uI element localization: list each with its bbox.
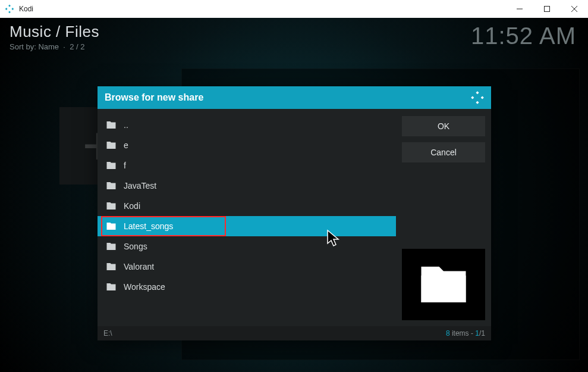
file-item-label: ..: [124, 120, 128, 130]
window-titlebar: Kodi: [0, 0, 588, 18]
folder-icon: [106, 140, 117, 151]
file-item[interactable]: f: [98, 155, 396, 176]
folder-icon: [106, 282, 117, 292]
dialog-title: Browse for new share: [105, 92, 203, 103]
svg-rect-5: [545, 7, 550, 12]
window-maximize-button[interactable]: [533, 0, 561, 18]
folder-icon: [106, 261, 117, 272]
folder-icon: [106, 241, 117, 252]
file-item-label: Kodi: [124, 201, 140, 211]
folder-icon: [106, 201, 117, 211]
kodi-app-icon: [5, 4, 14, 14]
svg-rect-2: [11, 8, 14, 10]
dialog-footer: E:\ 8 items - 1/1: [98, 326, 491, 340]
file-item[interactable]: ..: [98, 115, 396, 135]
folder-preview: [402, 249, 485, 320]
file-item-label: f: [124, 161, 126, 170]
window-minimize-button[interactable]: [506, 0, 533, 18]
browse-share-dialog: Browse for new share ..efJavaTestKodiLat…: [98, 86, 491, 340]
file-item-label: Valorant: [124, 262, 154, 271]
svg-rect-11: [476, 101, 479, 104]
svg-rect-10: [481, 96, 484, 99]
cancel-button[interactable]: Cancel: [402, 142, 485, 162]
breadcrumb-sub: Sort by: Name · 2 / 2: [10, 42, 99, 51]
clock: 11:52 AM: [471, 23, 576, 49]
svg-rect-3: [8, 11, 11, 13]
svg-rect-9: [471, 96, 474, 99]
folder-icon: [106, 120, 117, 130]
file-item[interactable]: Latest_songs: [98, 216, 396, 236]
file-item[interactable]: Workspace: [98, 277, 396, 297]
window-title: Kodi: [19, 5, 33, 13]
svg-rect-12: [422, 276, 466, 302]
svg-rect-8: [476, 91, 479, 94]
file-item-label: Songs: [124, 242, 147, 251]
folder-icon: [106, 160, 117, 171]
file-item-label: JavaTest: [124, 181, 156, 190]
window-close-button[interactable]: [561, 0, 588, 18]
file-item-label: e: [124, 140, 128, 150]
kodi-logo-icon: [471, 91, 484, 104]
breadcrumb: Music / Files Sort by: Name · 2 / 2: [10, 23, 99, 51]
footer-count: 8 items - 1/1: [446, 329, 485, 337]
file-item-label: Workspace: [124, 282, 165, 292]
footer-path: E:\: [103, 329, 112, 337]
file-item[interactable]: e: [98, 135, 396, 155]
svg-rect-1: [5, 8, 8, 10]
kodi-viewport: Music / Files Sort by: Name · 2 / 2 11:5…: [0, 18, 588, 372]
file-item[interactable]: Kodi: [98, 196, 396, 216]
folder-icon: [106, 221, 117, 232]
file-item-label: Latest_songs: [124, 221, 173, 231]
file-item[interactable]: Songs: [98, 236, 396, 257]
dialog-header: Browse for new share: [98, 86, 491, 109]
breadcrumb-main: Music / Files: [10, 23, 99, 41]
folder-icon: [106, 180, 117, 191]
ok-button[interactable]: OK: [402, 116, 485, 136]
svg-rect-0: [8, 5, 11, 7]
file-item[interactable]: Valorant: [98, 257, 396, 277]
file-list: ..efJavaTestKodiLatest_songsSongsValoran…: [98, 109, 396, 326]
file-item[interactable]: JavaTest: [98, 176, 396, 196]
